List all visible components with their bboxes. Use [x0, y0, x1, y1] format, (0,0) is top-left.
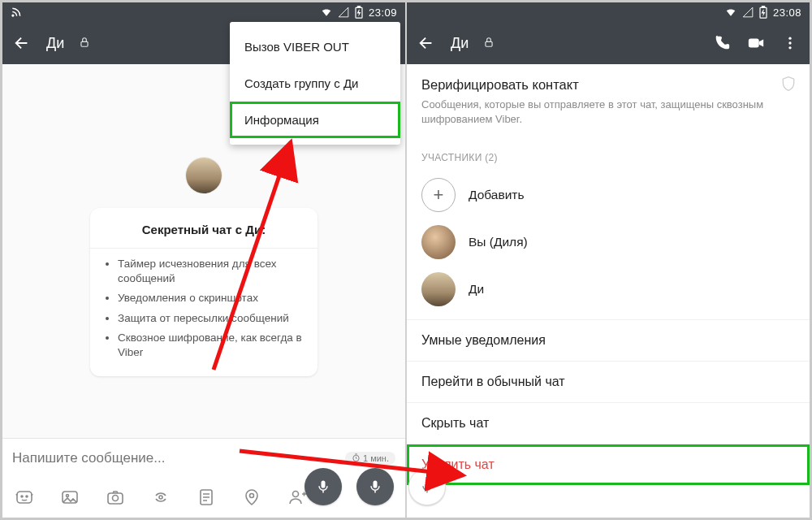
message-input[interactable] [12, 450, 337, 466]
svg-point-12 [159, 496, 162, 499]
rss-icon [11, 6, 22, 18]
verify-contact-row[interactable]: Верифицировать контакт Сообщения, которы… [407, 64, 810, 147]
switch-regular-chat-row[interactable]: Перейти в обычный чат [407, 361, 810, 402]
location-icon[interactable] [241, 487, 262, 508]
signal-icon [338, 6, 349, 18]
chat-title[interactable]: Ди [451, 35, 469, 52]
mic-buttons [304, 468, 446, 505]
add-participant-row[interactable]: + Добавить [407, 171, 810, 219]
back-icon[interactable] [12, 33, 32, 53]
svg-rect-17 [762, 6, 764, 8]
chat-info-panel[interactable]: Верифицировать контакт Сообщения, которы… [407, 64, 810, 518]
wifi-icon [724, 6, 737, 18]
menu-viber-out[interactable]: Вызов VIBER OUT [230, 28, 400, 65]
chat-title[interactable]: Ди [46, 35, 64, 52]
svg-point-6 [21, 496, 23, 497]
screen-left: 23:09 Ди Секретный чат с Ди: Таймер исче… [2, 2, 407, 518]
menu-create-group[interactable]: Создать группу с Ди [230, 65, 400, 102]
svg-rect-25 [425, 481, 430, 488]
verify-title: Верифицировать контакт [421, 77, 795, 93]
video-icon[interactable] [746, 33, 766, 53]
svg-rect-24 [374, 481, 378, 488]
svg-point-20 [788, 37, 791, 40]
avatar [421, 272, 456, 306]
back-icon[interactable] [417, 33, 436, 53]
status-bar: 23:09 [2, 2, 405, 22]
add-label: Добавить [469, 188, 525, 202]
clock-text: 23:09 [369, 6, 397, 19]
hide-chat-row[interactable]: Скрыть чат [407, 402, 810, 444]
timer-chip[interactable]: 1 мин. [345, 452, 395, 465]
phone-icon[interactable] [712, 33, 732, 53]
participants-label: УЧАСТНИКИ (2) [407, 147, 810, 171]
avatar [421, 225, 456, 259]
overflow-menu: Вызов VIBER OUT Создать группу с Ди Инфо… [230, 22, 400, 145]
list-item: Защита от пересылки сообщений [118, 311, 303, 326]
participant-name: Вы (Диля) [469, 235, 528, 249]
svg-rect-18 [486, 41, 492, 46]
menu-info[interactable]: Информация [230, 102, 400, 138]
battery-icon [758, 6, 768, 19]
shield-icon [780, 76, 797, 95]
svg-point-14 [250, 494, 254, 498]
list-item: Таймер исчезновения для всех сообщений [118, 257, 303, 286]
camera-icon[interactable] [105, 487, 126, 508]
svg-point-7 [26, 496, 28, 497]
svg-rect-3 [81, 41, 88, 46]
wifi-icon [320, 6, 333, 18]
plus-icon: + [421, 178, 456, 212]
secret-card-title: Секретный чат с Ди: [90, 208, 317, 248]
clock-text: 23:08 [773, 6, 801, 19]
screen-right: 23:08 Ди Верифицировать конт [407, 2, 810, 518]
mic-button-dark[interactable] [304, 468, 342, 505]
secret-chat-card: Секретный чат с Ди: Таймер исчезновения … [90, 208, 317, 376]
status-bar: 23:08 [407, 2, 810, 22]
list-item: Сквозное шифрование, как всегда в Viber [118, 331, 303, 360]
svg-rect-5 [17, 492, 32, 503]
battery-icon [354, 6, 364, 19]
svg-rect-2 [357, 6, 360, 8]
svg-point-21 [788, 41, 791, 44]
gif-icon[interactable] [150, 487, 171, 508]
secret-feature-list: Таймер исчезновения для всех сообщений У… [90, 248, 317, 376]
lock-icon [79, 37, 90, 50]
participant-row[interactable]: Вы (Диля) [407, 219, 810, 266]
app-bar: Ди [407, 22, 810, 64]
smart-notifications-row[interactable]: Умные уведомления [407, 319, 810, 361]
list-item: Уведомления о скриншотах [118, 291, 303, 306]
signal-icon [742, 6, 754, 18]
lock-icon [483, 37, 495, 50]
svg-point-0 [12, 15, 14, 16]
svg-point-15 [293, 492, 299, 497]
verify-subtitle: Сообщения, которые вы отправляете в этот… [421, 98, 795, 126]
mic-button-light[interactable] [408, 468, 446, 505]
svg-point-22 [788, 46, 791, 49]
participant-row[interactable]: Ди [407, 266, 810, 313]
svg-rect-23 [322, 481, 326, 488]
delete-chat-row[interactable]: Удалить чат [407, 444, 810, 485]
svg-rect-19 [749, 39, 759, 48]
contact-avatar[interactable] [186, 158, 222, 193]
sticker-icon[interactable] [14, 487, 35, 508]
mic-button-dark[interactable] [356, 468, 394, 505]
svg-point-9 [67, 495, 69, 497]
svg-point-11 [113, 496, 119, 501]
participant-name: Ди [469, 282, 484, 297]
more-icon[interactable] [780, 33, 800, 53]
gallery-icon[interactable] [59, 487, 80, 508]
file-icon[interactable] [196, 487, 217, 508]
